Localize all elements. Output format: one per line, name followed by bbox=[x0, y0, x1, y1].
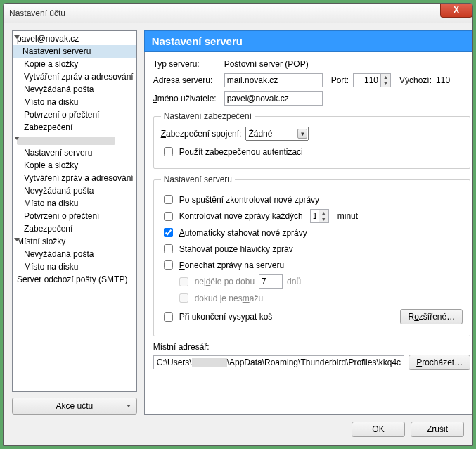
check-every-checkbox[interactable] bbox=[164, 212, 173, 221]
account-tree[interactable]: pavel@novak.cz Nastavení serveru Kopie a… bbox=[12, 30, 137, 392]
until-delete-checkbox: dokud je nesmažu bbox=[176, 291, 463, 305]
sidebar-item-composition[interactable]: Vytváření zpráv a adresování bbox=[13, 172, 136, 184]
security-fieldset: Nastavení zabezpečení Zabezpečení spojen… bbox=[153, 111, 471, 169]
sidebar-item-diskspace[interactable]: Místo na disku bbox=[13, 197, 136, 210]
check-every-row: Kontrolovat nové zprávy každých ▲▼ minut bbox=[161, 209, 463, 223]
settings-dialog: Nastavení účtu X pavel@novak.cz Nastaven… bbox=[3, 3, 473, 446]
account-redacted[interactable] bbox=[13, 134, 136, 146]
sidebar-item-smtp[interactable]: Server odchozí pošty (SMTP) bbox=[13, 273, 136, 286]
secure-auth-checkbox[interactable]: Použít zabezpečenou autentizaci bbox=[161, 145, 463, 158]
at-most-input[interactable] bbox=[259, 274, 283, 289]
headers-only-checkbox[interactable]: Stahovat pouze hlavičky zpráv bbox=[161, 242, 463, 255]
browse-button[interactable]: Procházet… bbox=[409, 355, 470, 370]
dialog-footer: OK Zrušit bbox=[12, 422, 464, 437]
sidebar-item-diskspace[interactable]: Místo na disku bbox=[13, 260, 136, 273]
sidebar-item-server-settings[interactable]: Nastavení serveru bbox=[13, 146, 136, 159]
sidebar-item-security[interactable]: Zabezpečení bbox=[13, 222, 136, 235]
server-type-label: Typ serveru: bbox=[153, 59, 220, 69]
sidebar-item-diskspace[interactable]: Místo na disku bbox=[13, 96, 136, 108]
sidebar-item-copies[interactable]: Kopie a složky bbox=[13, 159, 136, 172]
sidebar-item-server-settings[interactable]: Nastavení serveru bbox=[13, 45, 136, 58]
server-type-value: Poštovní server (POP) bbox=[224, 59, 309, 69]
sidebar-item-receipts[interactable]: Potvrzení o přečtení bbox=[13, 108, 136, 121]
account-actions-label: Akce účtu bbox=[56, 401, 93, 411]
advanced-button[interactable]: Rozšířené… bbox=[400, 309, 463, 324]
sidebar-item-composition[interactable]: Vytváření zpráv a adresování bbox=[13, 70, 136, 83]
client-area: pavel@novak.cz Nastavení serveru Kopie a… bbox=[4, 23, 472, 445]
window-title: Nastavení účtu bbox=[9, 8, 440, 18]
local-dir-path[interactable]: C:\Users\\AppData\Roaming\Thunderbird\Pr… bbox=[153, 355, 404, 369]
content: Nastavení serveru Typ serveru: Poštovní … bbox=[144, 30, 473, 415]
at-most-checkbox bbox=[179, 277, 188, 286]
sidebar-item-junk[interactable]: Nevyžádaná pošta bbox=[13, 184, 136, 197]
title-bar[interactable]: Nastavení účtu X bbox=[4, 4, 472, 23]
default-port-value: 110 bbox=[436, 75, 450, 85]
server-address-input[interactable] bbox=[224, 73, 323, 87]
check-on-startup-checkbox[interactable]: Po spuštění zkontrolovat nové zprávy bbox=[161, 193, 463, 206]
auto-download-checkbox[interactable]: Automaticky stahovat nové zprávy bbox=[161, 226, 463, 239]
chevron-down-icon bbox=[14, 35, 20, 39]
account-actions-button[interactable]: Akce účtu bbox=[12, 398, 137, 415]
port-label: Port: bbox=[331, 75, 349, 85]
username-label: Jméno uživatele: bbox=[153, 94, 220, 103]
port-spinner[interactable]: ▲▼ bbox=[381, 73, 391, 87]
default-port-label: Výchozí: bbox=[399, 75, 432, 85]
sidebar-item-junk[interactable]: Nevyžádaná pošta bbox=[13, 83, 136, 96]
security-legend: Nastavení zabezpečení bbox=[161, 111, 255, 121]
columns: pavel@novak.cz Nastavení serveru Kopie a… bbox=[12, 30, 464, 415]
chevron-down-icon bbox=[14, 137, 20, 140]
sidebar-item-copies[interactable]: Kopie a složky bbox=[13, 58, 136, 70]
account-pavel[interactable]: pavel@novak.cz bbox=[13, 32, 136, 45]
close-button[interactable]: X bbox=[440, 4, 472, 18]
chevron-down-icon bbox=[127, 405, 131, 407]
local-dir-label: Místní adresář: bbox=[153, 342, 471, 352]
account-local-folders[interactable]: Místní složky bbox=[13, 235, 136, 248]
close-icon: X bbox=[454, 5, 459, 15]
chevron-down-icon bbox=[14, 238, 20, 241]
section-title: Nastavení serveru bbox=[144, 30, 473, 52]
conn-security-label: Zabezpečení spojení: bbox=[161, 129, 242, 139]
sidebar-item-receipts[interactable]: Potvrzení o přečtení bbox=[13, 210, 136, 222]
panel: Typ serveru: Poštovní server (POP) Adres… bbox=[144, 52, 473, 415]
conn-security-select[interactable] bbox=[245, 127, 309, 141]
server-legend: Nastavení serveru bbox=[161, 175, 235, 184]
check-every-spinner[interactable]: ▲▼ bbox=[319, 209, 329, 223]
check-every-input[interactable] bbox=[310, 209, 319, 223]
server-fieldset: Nastavení serveru Po spuštění zkontrolov… bbox=[153, 175, 471, 336]
empty-trash-checkbox[interactable]: Při ukončení vysypat koš bbox=[161, 310, 273, 324]
sidebar-item-junk[interactable]: Nevyžádaná pošta bbox=[13, 248, 136, 260]
cancel-button[interactable]: Zrušit bbox=[411, 422, 464, 437]
username-input[interactable] bbox=[224, 91, 323, 106]
port-input[interactable] bbox=[353, 73, 381, 87]
at-most-row: nejdéle po dobu dnů bbox=[176, 274, 463, 289]
sidebar: pavel@novak.cz Nastavení serveru Kopie a… bbox=[12, 30, 137, 415]
leave-on-server-checkbox[interactable]: Ponechat zprávy na serveru bbox=[161, 258, 463, 272]
ok-button[interactable]: OK bbox=[352, 422, 405, 437]
server-address-label: Adresa serveru: bbox=[153, 75, 220, 85]
sidebar-item-security[interactable]: Zabezpečení bbox=[13, 121, 136, 134]
